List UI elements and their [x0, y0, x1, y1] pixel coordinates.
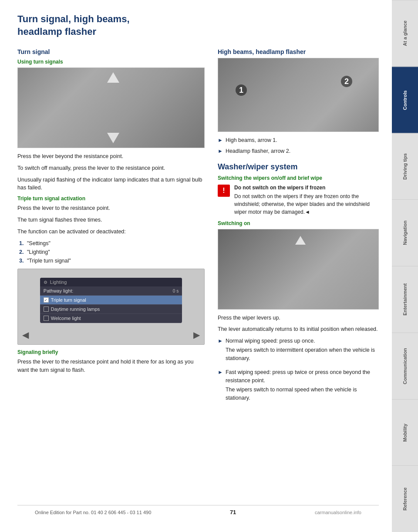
sidebar-item-controls[interactable]: Controls [392, 67, 418, 133]
checkbox-triple[interactable]: ✓ [44, 297, 49, 303]
bullet-normal-wiping: ► Normal wiping speed: press up once. Th… [218, 337, 379, 366]
list-item-settings: 1. "Settings" [17, 239, 205, 248]
arrow-icon-3: ► [218, 338, 223, 344]
bullet-fast-title: Fast wiping speed: press up twice or pre… [226, 369, 370, 384]
menu-row-daytime[interactable]: Daytime running lamps [40, 305, 182, 314]
list-item-lighting: 2. "Lighting" [17, 248, 205, 256]
bullet-normal-title: Normal wiping speed: press up once. [226, 338, 315, 344]
menu-screenshot: ⚙ Lighting Pathway light: 0 s ✓ Triple t… [17, 269, 205, 345]
triple-label: Triple turn signal [51, 297, 86, 303]
sidebar-item-at-a-glance[interactable]: At a glance [392, 0, 418, 67]
arrow-icon-4: ► [218, 369, 223, 375]
sidebar-item-communication[interactable]: Communication [392, 333, 418, 399]
bullet-high-beams-text: High beams, arrow 1. [226, 136, 277, 145]
major-heading-wiper: Washer/wiper system [218, 162, 379, 172]
footer: Online Edition for Part no. 01 40 2 606 … [17, 505, 379, 519]
sidebar-item-navigation[interactable]: Navigation [392, 199, 418, 266]
settings-list: 1. "Settings" 2. "Lighting" 3. "Triple t… [17, 239, 205, 265]
sidebar-item-driving-tips[interactable]: Driving tips [392, 133, 418, 200]
image-label-1: 1 [236, 84, 247, 96]
bullet-fast-detail: The wipers switch to normal speed when t… [226, 386, 379, 402]
arrow-icon-2: ► [218, 148, 223, 154]
menu-title-bar: ⚙ Lighting [40, 278, 182, 286]
brand-logo: carmanualsonline.info [315, 510, 361, 515]
para-activated: The function can be activated or deactiv… [17, 228, 205, 236]
list-item-triple: 3. "Triple turn signal" [17, 256, 205, 265]
warning-icon: ! [218, 185, 230, 197]
sidebar-item-entertainment[interactable]: Entertainment [392, 266, 418, 333]
left-column: Turn signal Using turn signals Press the… [17, 43, 205, 505]
bullet-headlamp-flasher: ► Headlamp flasher, arrow 2. [218, 147, 379, 155]
warning-title: Do not switch on the wipers if frozen [234, 184, 379, 192]
para-flashes-three: The turn signal flashes three times. [17, 216, 205, 224]
subsection-switching-on: Switching on [218, 220, 379, 226]
welcome-label: Welcome light [51, 316, 81, 321]
main-content: Turn signal, high beams, headlamp flashe… [0, 0, 392, 532]
section-high-beams-heading: High beams, headlamp flasher [218, 48, 379, 55]
turn-signal-image [17, 67, 205, 148]
menu-title-label: Lighting [50, 279, 67, 285]
image-label-2: 2 [341, 76, 352, 87]
subsection-using-turn-signals: Using turn signals [17, 59, 205, 65]
menu-inner: ⚙ Lighting Pathway light: 0 s ✓ Triple t… [40, 278, 182, 323]
para-press-lever: Press the lever beyond the resistance po… [17, 152, 205, 161]
warning-body: Do not switch on the wipers if they are … [234, 192, 379, 216]
page-title: Turn signal, high beams, headlamp flashe… [17, 13, 379, 43]
menu-row-pathway: Pathway light: 0 s [40, 286, 182, 296]
para-lever-returns: The lever automatically returns to its i… [218, 325, 379, 333]
checkbox-welcome[interactable] [44, 316, 49, 321]
checkbox-daytime[interactable] [44, 306, 49, 312]
gear-icon: ⚙ [44, 280, 47, 285]
sidebar-item-reference[interactable]: Reference [392, 465, 418, 532]
menu-row-triple[interactable]: ✓ Triple turn signal [40, 296, 182, 305]
subsection-switching-wipers: Switching the wipers on/off and brief wi… [218, 175, 379, 181]
para-switch-off: To switch off manually, press the lever … [17, 164, 205, 172]
para-signaling-briefly: Press the lever to the resistance point … [17, 358, 205, 374]
subsection-triple-turn: Triple turn signal activation [17, 195, 205, 202]
sidebar: At a glance Controls Driving tips Naviga… [392, 0, 418, 532]
daytime-label: Daytime running lamps [51, 306, 100, 312]
warning-box: ! Do not switch on the wipers if frozen … [218, 184, 379, 216]
bullet-normal-detail: The wipers switch to intermittent operat… [226, 346, 379, 363]
bullet-headlamp-text: Headlamp flasher, arrow 2. [226, 147, 290, 155]
high-beams-image: 1 2 [218, 58, 379, 132]
right-column: High beams, headlamp flasher 1 2 ► High … [218, 43, 379, 505]
bullet-high-beams: ► High beams, arrow 1. [218, 136, 379, 145]
pathway-label: Pathway light: [44, 288, 73, 293]
para-rapid-flashing: Unusually rapid flashing of the indicato… [17, 176, 205, 192]
para-resistance-point: Press the lever to the resistance point. [17, 204, 205, 212]
switching-on-image [218, 229, 379, 310]
pathway-value: 0 s [173, 289, 179, 293]
arrow-icon-1: ► [218, 137, 223, 143]
warning-content: Do not switch on the wipers if frozen Do… [234, 184, 379, 216]
bullet-fast-wiping: ► Fast wiping speed: press up twice or p… [218, 368, 379, 405]
para-press-wiper: Press the wiper levers up. [218, 314, 379, 322]
title-line1: Turn signal, high beams, [17, 13, 130, 24]
footer-text: Online Edition for Part no. 01 40 2 606 … [35, 510, 151, 515]
title-line2: headlamp flasher [17, 26, 96, 37]
section-turn-signal-heading: Turn signal [17, 48, 205, 55]
sidebar-item-mobility[interactable]: Mobility [392, 399, 418, 466]
menu-row-welcome[interactable]: Welcome light [40, 314, 182, 323]
subsection-signaling-briefly: Signaling briefly [17, 349, 205, 355]
page-number: 71 [230, 509, 236, 515]
